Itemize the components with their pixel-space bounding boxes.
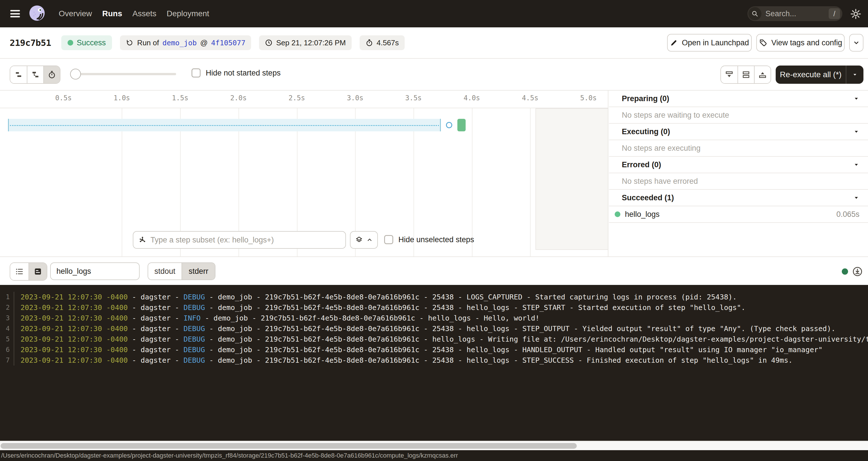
- axis-tick: 3.5s: [401, 94, 426, 102]
- tab-stdout[interactable]: stdout: [148, 263, 182, 279]
- stopwatch-icon: [365, 39, 373, 47]
- main-nav: Overview Runs Assets Deployment: [59, 9, 209, 18]
- chevron-up-icon: [366, 237, 373, 243]
- log-horizontal-scrollbar[interactable]: [0, 441, 868, 450]
- panel-section-header[interactable]: Succeeded (1): [609, 190, 868, 206]
- panel-down-icon: [725, 70, 734, 79]
- terminal-log-icon: [33, 267, 42, 276]
- log-line: 22023-09-21 12:07:30 -0400 - dagster - D…: [0, 302, 868, 313]
- waterfall-view-button[interactable]: [27, 66, 43, 83]
- step-subset-row: Type a step subset (ex: hello_logs+) Hid…: [0, 231, 608, 249]
- nav-item-deployment[interactable]: Deployment: [167, 9, 209, 18]
- raw-log-output: 12023-09-21 12:07:30 -0400 - dagster - D…: [0, 285, 868, 441]
- gantt-zoom-slider[interactable]: [71, 73, 176, 75]
- top-navigation: Overview Runs Assets Deployment Search..…: [0, 0, 868, 27]
- menu-icon[interactable]: [10, 10, 20, 18]
- panel-section-header[interactable]: Errored (0): [609, 157, 868, 173]
- slider-handle[interactable]: [70, 69, 81, 80]
- reexecute-dropdown-button[interactable]: [846, 65, 863, 84]
- job-name-link[interactable]: demo_job: [162, 39, 197, 47]
- hide-unselected-label: Hide unselected steps: [398, 235, 474, 244]
- success-dot-icon: [67, 40, 73, 45]
- gantt-plot: Type a step subset (ex: hello_logs+) Hid…: [0, 108, 608, 256]
- pencil-icon: [670, 39, 678, 47]
- clock-icon: [265, 39, 273, 47]
- tab-stderr[interactable]: stderr: [182, 263, 215, 279]
- hide-not-started-checkbox[interactable]: [191, 68, 200, 78]
- reexecute-all-button[interactable]: Re-execute all (*): [776, 65, 863, 84]
- header-actions: Open in Launchpad View tags and config: [667, 27, 868, 58]
- section-title: Succeeded (1): [622, 193, 853, 202]
- duration-pill: 4.567s: [360, 35, 405, 50]
- search-input[interactable]: Search... /: [747, 6, 842, 21]
- op-selector-icon: [138, 235, 147, 244]
- nav-item-overview[interactable]: Overview: [59, 9, 92, 18]
- log-panel-position-toggle: [720, 65, 771, 84]
- caret-down-icon: [853, 194, 860, 201]
- gantt-toolbar: Hide not started steps Re-execute all (*…: [0, 59, 868, 91]
- log-line: 12023-09-21 12:07:30 -0400 - dagster - D…: [0, 292, 868, 302]
- timestamp-label: Sep 21, 12:07:26 PM: [276, 38, 346, 47]
- flat-view-icon: [14, 70, 23, 79]
- open-in-launchpad-label: Open in Launchpad: [682, 38, 749, 47]
- log-file-path: /Users/erincochran/Desktop/dagster-examp…: [1, 452, 458, 459]
- caret-down-icon: [853, 161, 860, 168]
- panel-up-icon: [758, 70, 767, 79]
- stream-tabs: stdout stderr: [148, 263, 215, 280]
- panel-top-button[interactable]: [754, 66, 771, 83]
- log-file-path-bar: /Users/erincochran/Desktop/dagster-examp…: [0, 450, 868, 461]
- panel-split-button[interactable]: [738, 66, 754, 83]
- view-tags-config-button[interactable]: View tags and config: [756, 34, 845, 52]
- flat-view-button[interactable]: [10, 66, 27, 83]
- download-icon: [852, 266, 863, 277]
- tag-icon: [759, 38, 767, 47]
- gantt-time-axis: 0.5s1.0s1.5s2.0s2.5s3.0s3.5s4.0s4.5s5.0s: [0, 91, 608, 108]
- open-in-launchpad-button[interactable]: Open in Launchpad: [667, 34, 752, 52]
- caret-down-icon: [851, 71, 858, 78]
- axis-tick: 2.5s: [284, 94, 310, 102]
- panel-section-header[interactable]: Executing (0): [609, 124, 868, 140]
- hide-not-started-option: Hide not started steps: [191, 68, 281, 78]
- step-subset-input[interactable]: Type a step subset (ex: hello_logs+): [133, 231, 346, 249]
- gantt-chart: 0.5s1.0s1.5s2.0s2.5s3.0s3.5s4.0s4.5s5.0s…: [0, 91, 609, 256]
- gear-icon[interactable]: [850, 8, 862, 20]
- axis-tick: 4.0s: [459, 94, 485, 102]
- hide-not-started-label: Hide not started steps: [206, 69, 281, 78]
- panel-bottom-button[interactable]: [721, 66, 738, 83]
- caret-down-icon: [853, 128, 860, 135]
- scrollbar-thumb[interactable]: [1, 443, 577, 449]
- step-bar-hello-logs[interactable]: [457, 119, 466, 131]
- hide-unselected-checkbox[interactable]: [384, 235, 393, 244]
- dagster-logo[interactable]: [28, 4, 47, 23]
- list-icon: [15, 267, 24, 276]
- nav-item-runs[interactable]: Runs: [102, 9, 122, 18]
- log-status-dot: [842, 268, 848, 275]
- panel-empty-message: No steps are waiting to execute: [609, 107, 868, 124]
- reexecute-all-label: Re-execute all (*): [776, 70, 846, 79]
- panel-empty-message: No steps have errored: [609, 173, 868, 190]
- axis-tick: 5.0s: [576, 94, 601, 102]
- log-filter-input[interactable]: [50, 263, 140, 280]
- run-of-pill: Run of demo_job @ 4f105077: [120, 35, 251, 50]
- step-status-dot: [615, 211, 620, 217]
- nav-item-assets[interactable]: Assets: [132, 9, 156, 18]
- layers-icon: [355, 236, 363, 244]
- at-symbol: @: [200, 38, 208, 47]
- panel-section-header[interactable]: Preparing (0): [609, 91, 868, 107]
- log-line: 42023-09-21 12:07:30 -0400 - dagster - D…: [0, 324, 868, 334]
- graph-options-button[interactable]: [350, 231, 378, 249]
- commit-link[interactable]: 4f105077: [211, 39, 245, 47]
- download-logs-button[interactable]: [852, 266, 863, 277]
- run-header: 219c7b51 Success Run of demo_job @ 4f105…: [0, 27, 868, 59]
- timestamp-pill: Sep 21, 12:07:26 PM: [259, 35, 351, 50]
- panel-empty-message: No steps are executing: [609, 140, 868, 157]
- raw-log-view-button[interactable]: [29, 263, 47, 280]
- step-waiting-bar: [8, 119, 441, 131]
- panel-step-row[interactable]: hello_logs0.065s: [609, 206, 868, 223]
- run-steps-panel: Preparing (0)No steps are waiting to exe…: [609, 91, 868, 256]
- status-label: Success: [76, 38, 106, 47]
- axis-tick: 0.5s: [51, 94, 76, 102]
- timed-view-button[interactable]: [43, 66, 60, 83]
- run-more-actions-button[interactable]: [849, 34, 863, 52]
- structured-log-view-button[interactable]: [10, 263, 29, 280]
